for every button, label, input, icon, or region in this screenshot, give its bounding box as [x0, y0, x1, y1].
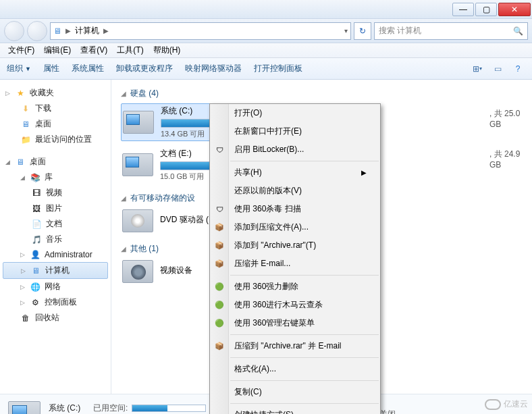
minimize-button[interactable]: — — [452, 3, 474, 16]
context-menu-item[interactable]: 🟢使用 360管理右键菜单 — [210, 314, 380, 332]
context-menu-label: 添加到压缩文件(A)... — [234, 222, 309, 233]
context-menu-label: 添加到 "Archive.rar"(T) — [234, 240, 316, 251]
forward-button[interactable] — [27, 21, 47, 41]
menu-file[interactable]: 文件(F) — [4, 43, 38, 57]
crumb-separator-icon: ▶ — [103, 27, 109, 34]
context-menu-label: 使用 360进行木马云查杀 — [234, 299, 323, 311]
sidebar-item-label: 最近访问的位置 — [35, 134, 92, 145]
bitlocker-value: 关闭 — [379, 409, 396, 414]
toolbar-properties[interactable]: 属性 — [43, 63, 59, 74]
context-menu-label: 还原以前的版本(V) — [234, 185, 302, 197]
context-menu-item[interactable]: 还原以前的版本(V) — [210, 182, 380, 200]
sidebar-recent[interactable]: 📁最近访问的位置 — [3, 132, 108, 147]
close-button[interactable]: ✕ — [498, 3, 531, 16]
context-menu-item[interactable]: 📦添加到 "Archive.rar"(T) — [210, 236, 380, 255]
context-menu-item[interactable]: 🛡启用 BitLocker(B)... — [210, 140, 380, 159]
video-icon: 🎞 — [31, 188, 42, 199]
usage-bar — [132, 405, 206, 412]
separator — [230, 161, 379, 161]
details-title: 系统 (C:) — [49, 403, 80, 414]
view-mode-button[interactable]: ⊞▾ — [470, 61, 485, 76]
sidebar-desktop[interactable]: ◢ 🖥 桌面 — [3, 154, 108, 170]
document-icon: 📄 — [31, 219, 42, 230]
sidebar-downloads[interactable]: ⬇下载 — [3, 101, 108, 116]
section-hdd[interactable]: ◢硬盘 (4) — [121, 88, 527, 99]
context-menu-label: 打开(O) — [234, 107, 262, 119]
drive-icon — [123, 111, 154, 134]
context-menu-item[interactable]: 📦压缩并 E-mail... — [210, 255, 380, 273]
separator — [230, 380, 379, 381]
context-menu-item[interactable]: 复制(C) — [210, 383, 380, 401]
expand-icon: ▷ — [20, 284, 26, 290]
menu-help[interactable]: 帮助(H) — [149, 43, 185, 57]
sidebar-library[interactable]: ◢📚库 — [3, 170, 108, 185]
context-menu-label: 使用 360强力删除 — [234, 281, 298, 292]
drive-icon — [122, 153, 153, 176]
sidebar-item-label: 桌面 — [35, 118, 51, 130]
sidebar-favorites[interactable]: ▷ ★ 收藏夹 — [3, 85, 108, 101]
address-dropdown-icon[interactable]: ▾ — [344, 27, 348, 34]
context-menu-item[interactable]: 🛡使用 360杀毒 扫描 — [210, 200, 380, 218]
library-icon: 📚 — [30, 172, 41, 183]
toolbar-system-properties[interactable]: 系统属性 — [72, 63, 104, 74]
context-menu-item[interactable]: 打开(O) — [210, 104, 380, 122]
address-bar[interactable]: 🖥 ▶ 计算机 ▶ ▾ — [50, 22, 351, 40]
maximize-button[interactable]: ▢ — [475, 3, 497, 16]
sidebar-computer[interactable]: ▷🖥计算机 — [3, 262, 108, 279]
sidebar-documents[interactable]: 📄文档 — [3, 216, 108, 232]
expand-icon: ▷ — [21, 267, 26, 274]
sidebar-control-panel[interactable]: ▷⚙控制面板 — [3, 294, 108, 310]
crumb-separator-icon: ▶ — [65, 27, 71, 34]
sidebar-item-label: 回收站 — [35, 312, 59, 324]
rar-icon: 📦 — [214, 222, 225, 233]
search-placeholder: 搜索 计算机 — [379, 25, 421, 36]
context-menu-item[interactable]: 📦压缩到 "Archive.rar" 并 E-mail — [210, 337, 380, 355]
help-button[interactable]: ? — [510, 61, 525, 76]
toolbar-control-panel[interactable]: 打开控制面板 — [254, 63, 302, 74]
sidebar-item-label: 桌面 — [30, 156, 46, 167]
toolbar: 组织 ▼ 属性 系统属性 卸载或更改程序 映射网络驱动器 打开控制面板 ⊞▾ ▭… — [0, 58, 532, 80]
context-menu-item[interactable]: 📦添加到压缩文件(A)... — [210, 218, 380, 236]
toolbar-map-drive[interactable]: 映射网络驱动器 — [185, 63, 242, 74]
sidebar-item-label: 控制面板 — [45, 296, 77, 308]
search-icon: 🔍 — [513, 26, 523, 36]
sidebar-pictures[interactable]: 🖼图片 — [3, 201, 108, 216]
sidebar-music[interactable]: 🎵音乐 — [3, 232, 108, 247]
preview-pane-button[interactable]: ▭ — [490, 61, 505, 76]
section-label: 其他 (1) — [130, 243, 159, 255]
dropdown-icon: ▼ — [25, 66, 31, 72]
computer-icon: 🖥 — [53, 26, 61, 36]
back-button[interactable] — [4, 21, 24, 41]
sidebar-videos[interactable]: 🎞视频 — [3, 185, 108, 201]
360g-icon: 🟢 — [214, 300, 225, 311]
control-panel-icon: ⚙ — [30, 297, 41, 308]
context-menu-label: 共享(H) — [234, 167, 262, 178]
sidebar-recycle[interactable]: 🗑回收站 — [3, 310, 108, 326]
toolbar-uninstall[interactable]: 卸载或更改程序 — [116, 63, 173, 74]
menu-tools[interactable]: 工具(T) — [113, 43, 147, 57]
context-menu-label: 使用 360管理右键菜单 — [234, 317, 315, 329]
drive-total: , 共 24.9 GB — [489, 149, 532, 170]
organize-button[interactable]: 组织 ▼ — [7, 63, 31, 74]
sidebar-desktop-fav[interactable]: 🖥桌面 — [3, 116, 108, 132]
menu-edit[interactable]: 编辑(E) — [40, 43, 75, 57]
search-input[interactable]: 搜索 计算机 🔍 — [374, 22, 528, 40]
sidebar-admin[interactable]: ▷👤Administrator — [3, 247, 108, 262]
sidebar: ▷ ★ 收藏夹 ⬇下载 🖥桌面 📁最近访问的位置 ◢ 🖥 桌面 ◢📚库 🎞视频 … — [0, 80, 111, 394]
separator — [230, 357, 379, 358]
context-menu-item[interactable]: 共享(H)▶ — [210, 163, 380, 182]
menu-view[interactable]: 查看(V) — [76, 43, 111, 57]
breadcrumb-computer[interactable]: 计算机 — [75, 25, 99, 36]
details-used-label: 已用空间: — [93, 403, 128, 414]
context-menu-item[interactable]: 🟢使用 360进行木马云查杀 — [210, 296, 380, 314]
sidebar-network[interactable]: ▷🌐网络 — [3, 279, 108, 294]
music-icon: 🎵 — [31, 234, 42, 245]
separator — [230, 334, 379, 335]
collapse-icon: ▷ — [5, 90, 11, 97]
context-menu-item[interactable]: 🟢使用 360强力删除 — [210, 278, 380, 296]
section-label: 有可移动存储的设 — [130, 192, 195, 204]
context-menu-item[interactable]: 创建快捷方式(S) — [210, 406, 380, 414]
context-menu-item[interactable]: 在新窗口中打开(E) — [210, 122, 380, 140]
context-menu-item[interactable]: 格式化(A)... — [210, 360, 380, 378]
refresh-button[interactable]: ↻ — [354, 22, 371, 40]
